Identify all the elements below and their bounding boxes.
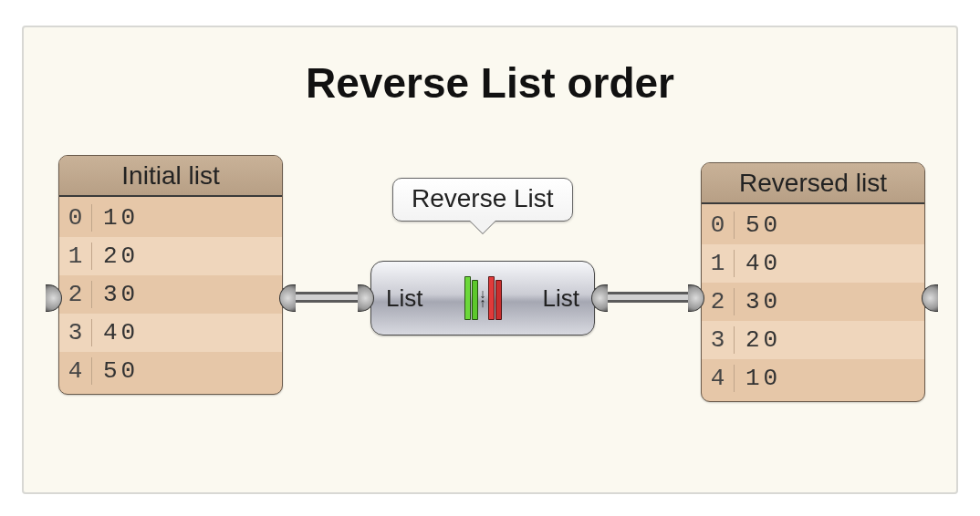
initial-list-panel[interactable]: Initial list 010120230340450 [58,155,283,395]
initial-list-header: Initial list [59,156,282,197]
list-item-value: 20 [92,243,139,270]
list-item-value: 50 [92,357,139,385]
reversed-list-body: 050140230320410 [702,204,924,401]
reversed-list-panel[interactable]: Reversed list 050140230320410 [701,162,925,402]
list-item-index: 1 [59,243,92,270]
list-item-value: 20 [735,326,781,354]
list-item: 410 [702,359,924,397]
list-item-index: 2 [702,288,735,315]
list-item-index: 2 [59,281,92,308]
reverse-list-icon: ↓↑ [464,276,502,320]
list-item: 230 [59,275,282,314]
list-item-index: 3 [59,319,92,346]
reversed-list-header: Reversed list [702,163,924,204]
canvas: Initial list 010120230340450 Reversed li… [24,27,956,492]
list-item: 340 [59,314,282,352]
diagram-frame: Reverse List order Initial list 01012023… [0,0,980,516]
list-item-value: 50 [735,212,781,239]
node-output-label: List [543,284,579,313]
initial-list-body: 010120230340450 [59,197,282,394]
list-item-index: 4 [59,357,92,385]
list-item-value: 10 [92,204,139,232]
list-item: 230 [702,283,924,321]
list-item-index: 4 [702,365,735,392]
list-item: 450 [59,352,282,390]
list-item-value: 30 [92,281,139,308]
node-tooltip: Reverse List [392,178,573,222]
list-item-value: 30 [735,288,781,315]
list-item-index: 1 [702,250,735,277]
list-item: 010 [59,199,282,237]
list-item-index: 3 [702,326,735,354]
reverse-list-node[interactable]: List ↓↑ List [370,261,595,335]
diagram-panel: Reverse List order Initial list 01012023… [22,26,958,494]
list-item: 320 [702,321,924,359]
list-item: 050 [702,206,924,244]
list-item: 140 [702,244,924,283]
list-item-value: 10 [735,365,781,392]
list-item-value: 40 [92,319,139,346]
node-input-label: List [386,284,422,313]
list-item: 120 [59,237,282,275]
list-item-value: 40 [735,250,781,277]
list-item-index: 0 [702,212,735,239]
list-item-index: 0 [59,204,92,232]
